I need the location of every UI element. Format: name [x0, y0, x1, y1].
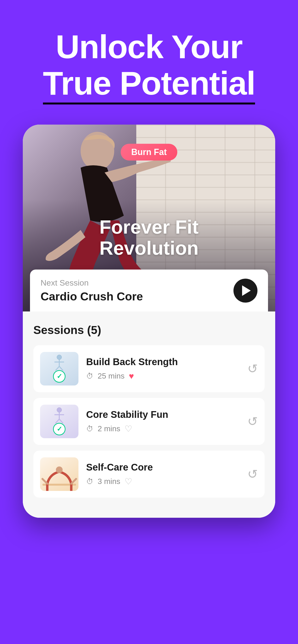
session-info-2: Core Stability Fun ⏱ 2 mins ♡	[86, 409, 240, 434]
completed-check-1: ✓	[53, 370, 66, 382]
sessions-section: Sessions (5) ✓ Build Back Strength	[23, 312, 275, 518]
heart-icon-1[interactable]: ♥	[129, 371, 134, 381]
svg-point-1	[57, 355, 62, 360]
session-name-1: Build Back Strength	[86, 356, 240, 367]
next-session-name: Cardio Crush Core	[41, 290, 143, 303]
next-session-label: Next Session	[41, 278, 143, 288]
session-name-2: Core Stability Fun	[86, 409, 240, 420]
heart-outline-icon-3[interactable]: ♡	[124, 476, 132, 486]
svg-line-15	[71, 479, 76, 484]
completed-check-2: ✓	[53, 423, 66, 435]
session-meta-1: ⏱ 25 mins ♥	[86, 371, 240, 381]
session-thumbnail-1: ✓	[40, 352, 78, 386]
session-info-3: Self-Care Core ⏱ 3 mins ♡	[86, 462, 240, 486]
session-thumbnail-3	[40, 457, 78, 491]
workout-title-line1: Forever Fit	[99, 216, 198, 238]
refresh-icon-1[interactable]: ↺	[247, 362, 258, 376]
hero-title: Unlock Your True Potential	[0, 29, 298, 102]
session-thumbnail-2: ✓	[40, 405, 78, 438]
workout-title: Forever Fit Revolution	[23, 216, 275, 259]
next-session-bar[interactable]: Next Session Cardio Crush Core	[30, 270, 268, 312]
session-meta-3: ⏱ 3 mins ♡	[86, 476, 240, 486]
sessions-header: Sessions (5)	[33, 324, 265, 336]
yoga-figure-3	[40, 457, 78, 491]
svg-point-16	[56, 466, 63, 473]
hero-title-line2: True Potential	[43, 65, 255, 104]
next-session-info: Next Session Cardio Crush Core	[41, 278, 143, 303]
play-button[interactable]	[233, 279, 257, 302]
session-item-2[interactable]: ✓ Core Stability Fun ⏱ 2 mins ♡ ↺	[33, 398, 265, 445]
svg-line-14	[43, 479, 47, 484]
session-figure-2	[50, 407, 69, 424]
burn-fat-badge: Burn Fat	[121, 144, 177, 160]
session-item[interactable]: ✓ Build Back Strength ⏱ 25 mins ♥ ↺	[33, 345, 265, 392]
session-duration-2: 2 mins	[98, 424, 120, 433]
session-figure-1	[50, 354, 69, 371]
clock-icon-3: ⏱	[86, 478, 93, 486]
refresh-icon-2[interactable]: ↺	[247, 414, 258, 428]
heart-outline-icon-2[interactable]: ♡	[124, 424, 132, 434]
session-item-3[interactable]: Self-Care Core ⏱ 3 mins ♡ ↺	[33, 451, 265, 498]
phone-card: Burn Fat Forever Fit Revolution 70% Comp…	[23, 124, 275, 518]
session-info-1: Build Back Strength ⏱ 25 mins ♥	[86, 356, 240, 381]
session-meta-2: ⏱ 2 mins ♡	[86, 424, 240, 434]
refresh-icon-3[interactable]: ↺	[247, 467, 258, 481]
session-duration-3: 3 mins	[98, 477, 120, 486]
hero-title-line1: Unlock Your	[56, 28, 242, 65]
clock-icon-2: ⏱	[86, 425, 93, 433]
play-icon	[242, 285, 251, 296]
session-duration-1: 25 mins	[98, 372, 124, 380]
workout-title-line2: Revolution	[99, 238, 198, 259]
workout-hero-section: Burn Fat Forever Fit Revolution 70% Comp…	[23, 124, 275, 312]
svg-point-6	[57, 408, 62, 412]
clock-icon-1: ⏱	[86, 372, 93, 380]
session-name-3: Self-Care Core	[86, 462, 240, 473]
